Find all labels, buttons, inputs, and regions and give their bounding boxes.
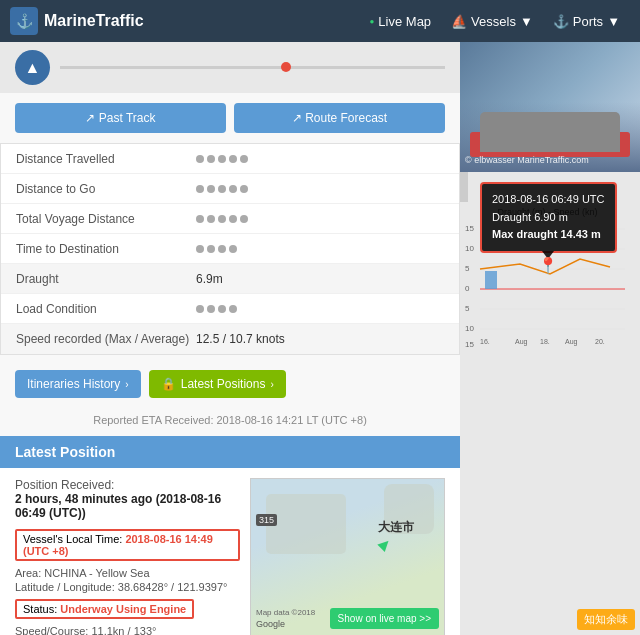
draught-tooltip: 2018-08-16 06:49 UTC Draught 6.90 m Max … [480,182,617,253]
distance-to-go-row: Distance to Go [1,174,459,204]
total-voyage-label: Total Voyage Distance [16,212,196,226]
speed-course-label: Speed/Course: [15,625,88,635]
svg-text:18.: 18. [540,338,550,345]
speed-value: 12.5 / 10.7 knots [196,332,285,346]
logo-icon: ⚓ [10,7,38,35]
tooltip-date: 2018-08-16 06:49 UTC [492,191,605,209]
svg-text:0: 0 [465,284,470,293]
live-map-label: Live Map [378,14,431,29]
map-land1 [266,494,346,554]
latest-position-header: Latest Position [0,436,460,468]
ship-superstructure [480,112,620,152]
speed-label: Speed recorded (Max / Average) [16,332,196,346]
action-buttons: ↗ Past Track ↗ Route Forecast [0,93,460,143]
latlon-value: 38.68428° / 121.9397° [118,581,228,593]
speed-course-value: 11.1kn / 133° [91,625,156,635]
svg-text:10: 10 [465,324,474,333]
panel-toggle-btn[interactable]: ‹ [460,172,468,202]
draught-row: Draught 6.9m [1,264,459,294]
itineraries-label: Itineraries History [27,377,120,391]
position-received: Position Received: 2 hours, 48 minutes a… [15,478,240,520]
show-on-map-btn[interactable]: Show on live map >> [330,608,439,629]
distance-to-go-label: Distance to Go [16,182,196,196]
google-label: Google [256,619,285,629]
top-navigation: ⚓ MarineTraffic ● Live Map ⛵ Vessels ▼ ⚓… [0,0,640,42]
position-received-label: Position Received: [15,478,114,492]
watermark: 知知余味 [577,609,635,630]
ports-icon: ⚓ [553,14,569,29]
svg-text:10: 10 [465,244,474,253]
itineraries-btn[interactable]: Itineraries History › [15,370,141,398]
live-map-btn[interactable]: ● Live Map [360,9,442,34]
ship-photo: © elbwasser MarineTraffic.com [460,42,640,172]
time-to-dest-value [196,245,237,253]
load-condition-row: Load Condition [1,294,459,324]
load-condition-label: Load Condition [16,302,196,316]
right-panel: © elbwasser MarineTraffic.com ‹ 2018-08-… [460,42,640,635]
vessels-icon: ⛵ [451,14,467,29]
mini-map: 大连市 315 ▲ Show on live map >> Google Map… [250,478,445,635]
lock-icon: 🔒 [161,377,176,391]
total-voyage-value [196,215,248,223]
logo: ⚓ MarineTraffic [10,7,144,35]
vessel-info-table: Distance Travelled Distance to Go Total … [0,143,460,355]
latlon-label: Latitude / Longitude: [15,581,115,593]
distance-travelled-row: Distance Travelled [1,144,459,174]
vessels-chevron: ▼ [520,14,533,29]
position-received-time: 2 hours, 48 minutes ago (2018-08-16 06:4… [15,492,221,520]
svg-text:5: 5 [465,264,470,273]
position-info: Position Received: 2 hours, 48 minutes a… [15,478,240,635]
eta-bar: Reported ETA Received: 2018-08-16 14:21 … [0,408,460,436]
svg-text:15: 15 [465,340,474,349]
distance-to-go-value [196,185,248,193]
track-bar: ▲ [0,42,460,93]
time-to-dest-row: Time to Destination [1,234,459,264]
tooltip-pin-icon: 📍 [538,253,558,279]
track-dot [281,62,291,72]
area-detail: Area: NCHINA - Yellow Sea [15,567,240,579]
past-track-btn[interactable]: ↗ Past Track [15,103,226,133]
svg-text:5: 5 [465,304,470,313]
ports-btn[interactable]: ⚓ Ports ▼ [543,9,630,34]
svg-text:Aug: Aug [515,338,528,346]
latest-positions-chevron: › [270,379,273,390]
status-value: Underway Using Engine [60,603,186,615]
ship-icon: ▲ [25,59,41,77]
itineraries-chevron: › [125,379,128,390]
local-time-label: Vessel's Local Time: [23,533,122,545]
tooltip-draught: Draught 6.90 m [492,209,605,227]
speed-course: Speed/Course: 11.1kn / 133° [15,625,240,635]
live-dot: ● [370,17,375,26]
total-voyage-row: Total Voyage Distance [1,204,459,234]
svg-text:20.: 20. [595,338,605,345]
map-data-label: Map data ©2018 [256,608,315,617]
latest-position-title: Latest Position [15,444,115,460]
load-condition-value [196,305,237,313]
status-box: Status: Underway Using Engine [15,599,194,619]
route-forecast-btn[interactable]: ↗ Route Forecast [234,103,445,133]
svg-text:16.: 16. [480,338,490,345]
ports-chevron: ▼ [607,14,620,29]
area-value: NCHINA - Yellow Sea [44,567,149,579]
vessels-btn[interactable]: ⛵ Vessels ▼ [441,9,543,34]
svg-text:15: 15 [465,224,474,233]
local-time-box: Vessel's Local Time: 2018-08-16 14:49 (U… [15,529,240,561]
eta-text: Reported ETA Received: 2018-08-16 14:21 … [93,414,367,426]
time-to-dest-label: Time to Destination [16,242,196,256]
main-wrapper: ▲ ↗ Past Track ↗ Route Forecast Distance… [0,42,640,635]
svg-text:Aug: Aug [565,338,578,346]
latest-positions-btn[interactable]: 🔒 Latest Positions › [149,370,286,398]
ports-label: Ports [573,14,603,29]
left-panel: ▲ ↗ Past Track ↗ Route Forecast Distance… [0,42,460,635]
distance-travelled-label: Distance Travelled [16,152,196,166]
bottom-buttons: Itineraries History › 🔒 Latest Positions… [0,360,460,408]
distance-travelled-value [196,155,248,163]
tooltip-max-draught: Max draught 14.43 m [492,228,601,240]
area-label: Area: [15,567,41,579]
photo-credit: © elbwasser MarineTraffic.com [465,154,589,167]
logo-text: MarineTraffic [44,12,144,30]
map-badge: 315 [256,514,277,526]
draught-label: Draught [16,272,196,286]
latest-positions-label: Latest Positions [181,377,266,391]
vessels-label: Vessels [471,14,516,29]
